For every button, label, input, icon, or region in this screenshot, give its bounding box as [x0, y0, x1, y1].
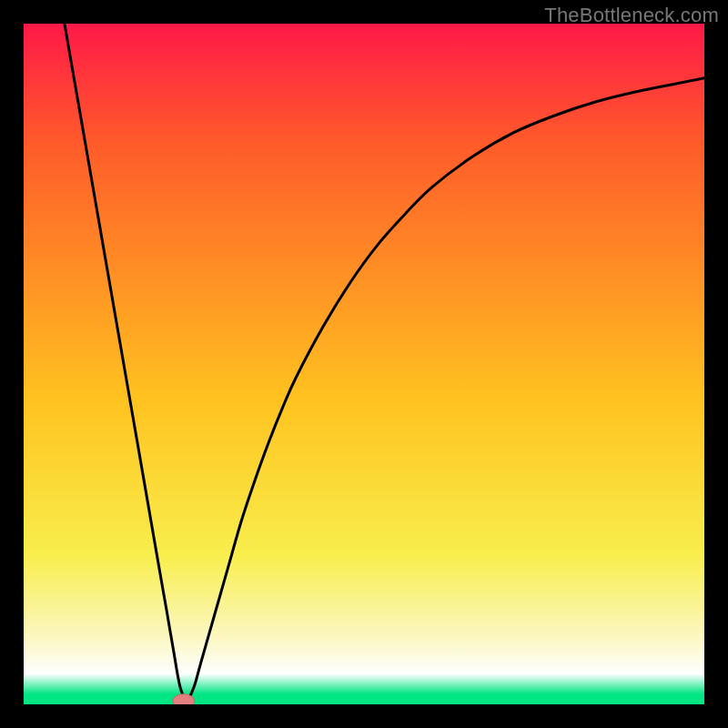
chart-frame: TheBottleneck.com [0, 0, 728, 728]
chart-svg [24, 24, 704, 704]
chart-background [24, 24, 704, 704]
plot-area [24, 24, 704, 704]
optimal-marker [173, 694, 195, 704]
